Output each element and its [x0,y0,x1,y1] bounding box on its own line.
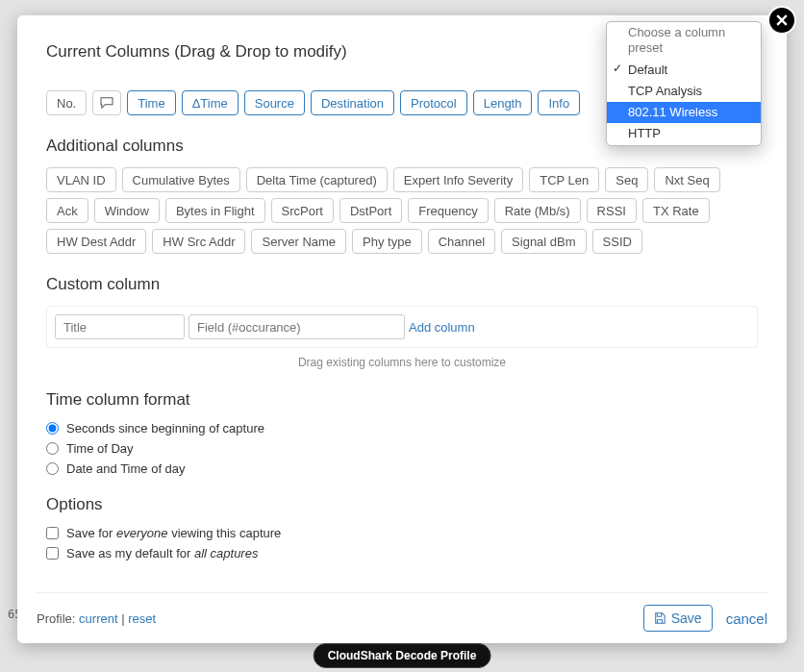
preset-item-label: HTTP [628,126,661,140]
additional-column-chip[interactable]: TX Rate [642,198,710,223]
additional-column-chip[interactable]: Channel [428,229,495,254]
preset-item-label: TCP Analysis [628,84,702,98]
additional-column-chip[interactable]: Expert Info Severity [393,167,523,192]
radio-input[interactable] [46,422,59,435]
custom-title-input[interactable] [55,314,185,339]
time-format-title: Time column format [46,390,758,410]
column-chip[interactable]: Info [538,90,580,115]
check-icon: ✓ [613,62,622,76]
additional-column-chip[interactable]: Signal dBm [501,229,586,254]
preset-item[interactable]: TCP Analysis [607,81,761,102]
additional-column-chip[interactable]: Delta Time (captured) [246,167,388,192]
column-chip[interactable]: Length [473,90,533,115]
radio-label: Time of Day [66,441,134,456]
checkbox-input[interactable] [46,547,59,560]
time-format-group: Seconds since beginning of capture Time … [46,421,758,476]
additional-columns-row: VLAN IDCumulative BytesDelta Time (captu… [46,167,758,254]
column-chip[interactable]: Time [127,90,175,115]
preset-header: Choose a column preset [607,22,761,60]
profile-label: Profile: [37,611,79,626]
save-label: Save [671,610,702,626]
comment-icon-chip[interactable] [92,90,121,115]
radio-label: Seconds since beginning of capture [66,421,264,436]
additional-column-chip[interactable]: HW Src Addr [152,229,245,254]
add-column-link[interactable]: Add column [409,320,475,335]
preset-item[interactable]: HTTP [607,123,761,144]
column-chip[interactable]: Destination [311,90,394,115]
decode-profile-badge[interactable]: CloudShark Decode Profile [314,643,491,668]
custom-column-row: Add column [46,306,758,348]
preset-dropdown[interactable]: Choose a column preset ✓DefaultTCP Analy… [606,21,762,146]
preset-item-label: Default [628,62,667,77]
additional-column-chip[interactable]: Window [94,198,160,223]
additional-column-chip[interactable]: VLAN ID [46,167,116,192]
profile-reset-link[interactable]: reset [128,611,156,626]
column-chip[interactable]: Source [244,90,305,115]
additional-column-chip[interactable]: SSID [592,229,642,254]
column-chip[interactable]: ΔTime [182,90,239,115]
comment-icon [100,97,113,109]
preset-item[interactable]: ✓Default [607,60,761,81]
options-title: Options [46,495,758,514]
close-icon [776,14,788,26]
column-chip-no[interactable]: No. [46,90,87,115]
profile-current-link[interactable]: current [79,611,117,626]
radio-input[interactable] [46,442,59,455]
custom-column-title: Custom column [46,275,758,294]
additional-column-chip[interactable]: SrcPort [271,198,334,223]
checkbox-input[interactable] [46,527,59,539]
time-format-option[interactable]: Date and Time of day [46,461,758,476]
custom-hint: Drag existing columns here to customize [46,356,758,369]
modal-footer: Profile: current | reset Save cancel [37,592,767,632]
additional-column-chip[interactable]: HW Dest Addr [46,229,146,254]
current-columns-title: Current Columns (Drag & Drop to modify) [46,42,347,62]
checkbox-label: Save for everyone viewing this capture [66,526,281,540]
additional-column-chip[interactable]: Rate (Mb/s) [494,198,581,223]
save-button[interactable]: Save [643,605,713,632]
radio-label: Date and Time of day [66,461,186,476]
checkbox-label: Save as my default for all captures [66,546,258,560]
additional-column-chip[interactable]: Cumulative Bytes [122,167,240,192]
option-everyone[interactable]: Save for everyone viewing this capture [46,526,758,540]
preset-item-label: 802.11 Wireless [628,105,717,119]
additional-column-chip[interactable]: Server Name [251,229,346,254]
preset-item[interactable]: 802.11 Wireless [607,102,761,123]
additional-column-chip[interactable]: Phy type [352,229,422,254]
column-chip[interactable]: Protocol [400,90,467,115]
additional-column-chip[interactable]: Ack [46,198,88,223]
additional-column-chip[interactable]: Nxt Seq [654,167,719,192]
time-format-option[interactable]: Seconds since beginning of capture [46,421,758,436]
additional-column-chip[interactable]: Bytes in Flight [165,198,265,223]
option-default-all[interactable]: Save as my default for all captures [46,546,758,560]
additional-column-chip[interactable]: Seq [605,167,648,192]
cancel-button[interactable]: cancel [726,610,767,627]
close-button[interactable] [767,6,796,35]
save-icon [654,612,666,624]
options-group: Save for everyone viewing this capture S… [46,526,758,560]
additional-column-chip[interactable]: RSSI [587,198,637,223]
profile-links: Profile: current | reset [37,611,156,626]
custom-field-input[interactable] [188,314,405,339]
radio-input[interactable] [46,462,59,475]
additional-column-chip[interactable]: Frequency [408,198,488,223]
time-format-option[interactable]: Time of Day [46,441,758,456]
additional-column-chip[interactable]: TCP Len [529,167,599,192]
separator: | [118,611,129,626]
additional-column-chip[interactable]: DstPort [339,198,402,223]
